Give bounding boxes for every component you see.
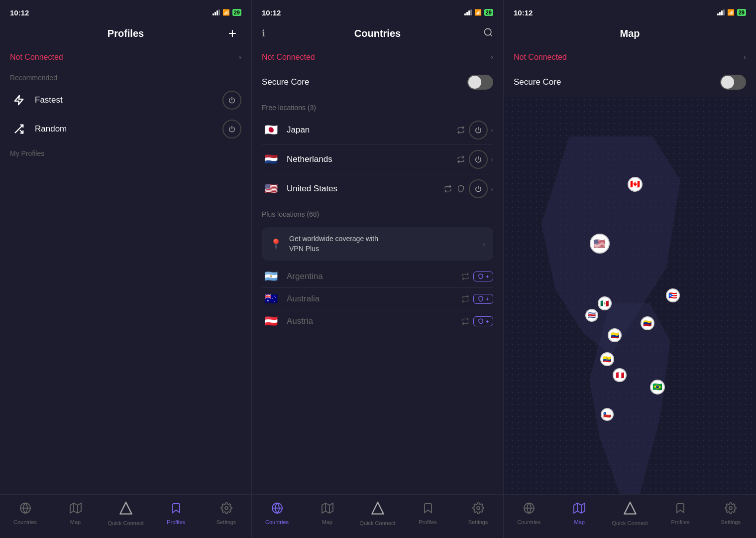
tab-quickconnect-3[interactable]: Quick Connect — [605, 501, 655, 526]
pin-cr[interactable]: 🇨🇷 — [585, 309, 598, 322]
pin-mexico[interactable]: 🇲🇽 — [598, 296, 612, 310]
profiles-banner[interactable]: Not Connected › — [0, 47, 251, 68]
tab-countries-1[interactable]: Countries — [0, 502, 50, 525]
fastest-icon — [10, 91, 28, 109]
tab-profiles-icon-2 — [422, 502, 434, 517]
tab-quickconnect-1[interactable]: Quick Connect — [101, 501, 151, 526]
random-item[interactable]: Random — [0, 115, 251, 143]
countries-secure-core-toggle[interactable] — [467, 75, 493, 90]
profiles-scroll: Recommended Fastest — [0, 68, 251, 494]
map-bottom-tabs: Countries Map Quick Connect Profiles — [504, 494, 756, 538]
japan-power-btn[interactable] — [469, 121, 488, 139]
map-view[interactable]: 🇺🇸 🇨🇦 🇲🇽 🇵🇷 🇨🇴 🇪🇨 🇻🇪 🇵🇪 🇨🇱 🇧🇷 🇨🇷 — [504, 97, 756, 494]
profiles-screen: 10:12 📶 29 Profiles + Not Connected › — [0, 0, 252, 538]
profiles-add-btn[interactable]: + — [223, 25, 241, 41]
country-netherlands[interactable]: 🇳🇱 Netherlands › — [252, 145, 503, 174]
countries-secure-core-label: Secure Core — [262, 77, 309, 87]
countries-info-btn[interactable]: ℹ — [262, 28, 280, 39]
random-power-btn[interactable] — [222, 120, 241, 138]
flag-argentina: 🇦🇷 — [262, 270, 280, 282]
tab-profiles-2[interactable]: Profiles — [403, 502, 453, 525]
plus-promo-banner[interactable]: 📍 Get worldwide coverage withVPN Plus › — [262, 227, 493, 261]
tab-map-3[interactable]: Map — [554, 502, 604, 525]
countries-not-connected-text: Not Connected — [262, 53, 315, 62]
tab-countries-3[interactable]: Countries — [504, 502, 554, 525]
austria-plus-badge[interactable]: + — [473, 316, 493, 326]
wifi-icon-1: 📶 — [222, 9, 230, 16]
map-title: Map — [532, 28, 728, 39]
country-australia[interactable]: 🇦🇺 Australia + — [252, 288, 503, 310]
svg-point-12 — [485, 28, 491, 35]
tab-map-icon-1 — [70, 502, 82, 517]
map-banner[interactable]: Not Connected › — [504, 47, 756, 68]
country-argentina[interactable]: 🇦🇷 Argentina + — [252, 266, 503, 287]
tab-settings-1[interactable]: Settings — [201, 502, 251, 525]
svg-point-23 — [477, 507, 480, 510]
tab-profiles-icon-1 — [170, 502, 182, 517]
pin-peru[interactable]: 🇵🇪 — [613, 368, 627, 382]
status-bar-1: 10:12 📶 29 — [0, 0, 251, 22]
tab-countries-2[interactable]: Countries — [252, 502, 302, 525]
signal-icon-1 — [213, 9, 220, 15]
country-argentina-name: Argentina — [287, 271, 461, 281]
tab-settings-2[interactable]: Settings — [453, 502, 503, 525]
country-japan[interactable]: 🇯🇵 Japan › — [252, 116, 503, 144]
pin-usa[interactable]: 🇺🇸 — [590, 234, 610, 254]
map-not-connected-text: Not Connected — [514, 53, 567, 62]
tab-profiles-3[interactable]: Profiles — [655, 502, 705, 525]
argentina-plus-badge[interactable]: + — [473, 271, 493, 281]
netherlands-power-btn[interactable] — [469, 150, 488, 169]
pin-chile[interactable]: 🇨🇱 — [601, 408, 614, 421]
country-usa[interactable]: 🇺🇸 United States › — [252, 174, 503, 203]
map-secure-core-row: Secure Core — [504, 68, 756, 97]
status-bar-2: 10:12 📶 29 — [252, 0, 503, 22]
australia-plus-label: + — [486, 296, 489, 302]
tab-map-1[interactable]: Map — [50, 502, 101, 525]
australia-icons — [461, 295, 469, 303]
status-time-1: 10:12 — [10, 8, 29, 17]
tab-quickconnect-icon-1 — [119, 501, 133, 518]
svg-marker-26 — [574, 503, 585, 513]
country-usa-name: United States — [287, 184, 444, 194]
countries-nav-header: ℹ Countries — [252, 22, 503, 47]
plus-promo-chevron: › — [483, 240, 485, 248]
toggle-knob-3 — [721, 76, 734, 89]
flag-netherlands: 🇳🇱 — [262, 153, 280, 165]
country-austria[interactable]: 🇦🇹 Austria + — [252, 310, 503, 332]
tab-settings-icon-2 — [472, 502, 484, 517]
pin-venezuela[interactable]: 🇻🇪 — [641, 316, 654, 330]
wifi-icon-2: 📶 — [474, 9, 482, 16]
map-secure-core-toggle[interactable] — [720, 75, 746, 90]
countries-search-btn[interactable] — [475, 27, 493, 40]
tab-countries-icon-1 — [19, 502, 31, 517]
countries-scroll: Free locations (3) 🇯🇵 Japan › 🇳🇱 Netherl… — [252, 97, 503, 494]
flag-austria: 🇦🇹 — [262, 315, 280, 327]
flag-japan: 🇯🇵 — [262, 124, 280, 136]
usa-chevron: › — [491, 185, 493, 193]
tab-map-2[interactable]: Map — [302, 502, 352, 525]
pin-ecuador[interactable]: 🇪🇨 — [600, 352, 614, 366]
profiles-banner-chevron: › — [239, 53, 241, 62]
tab-profiles-label-3: Profiles — [671, 519, 690, 525]
pin-brasil[interactable]: 🇧🇷 — [650, 380, 665, 395]
japan-chevron: › — [491, 126, 493, 134]
fastest-item[interactable]: Fastest — [0, 86, 251, 115]
pin-colombia[interactable]: 🇨🇴 — [608, 328, 622, 342]
pin-canada[interactable]: 🇨🇦 — [628, 177, 643, 192]
tab-settings-label-1: Settings — [216, 519, 236, 525]
signal-icon-2 — [464, 9, 472, 15]
tab-profiles-1[interactable]: Profiles — [151, 502, 201, 525]
usa-power-btn[interactable] — [469, 179, 488, 198]
pin-pr[interactable]: 🇵🇷 — [666, 288, 680, 302]
countries-banner[interactable]: Not Connected › — [252, 47, 503, 68]
tab-settings-3[interactable]: Settings — [706, 502, 756, 525]
fastest-power-btn[interactable] — [222, 91, 241, 110]
plus-promo-icon: 📍 — [270, 238, 282, 250]
countries-screen: 10:12 📶 29 ℹ Countries Not Connected › — [252, 0, 504, 538]
australia-plus-badge[interactable]: + — [473, 294, 493, 304]
map-screen: 10:12 📶 29 Map Not Connected › Secur — [504, 0, 756, 538]
tab-countries-label-3: Countries — [517, 519, 540, 525]
japan-icons — [457, 126, 465, 134]
free-locations-header: Free locations (3) — [252, 97, 503, 116]
tab-quickconnect-2[interactable]: Quick Connect — [352, 501, 403, 526]
